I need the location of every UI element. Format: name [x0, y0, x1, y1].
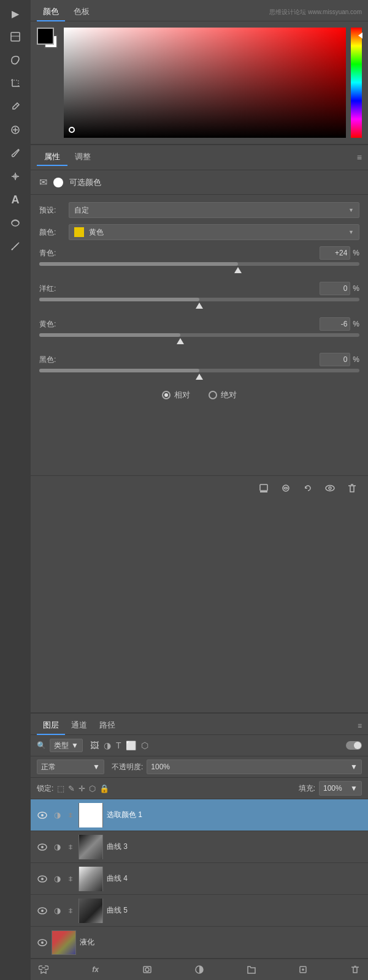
new-adjustment-btn[interactable] — [193, 963, 206, 976]
layer-adjust-icon-1: ◑ — [52, 810, 63, 821]
tool-crop[interactable] — [4, 72, 26, 94]
black-track[interactable] — [39, 369, 359, 372]
magenta-input[interactable] — [320, 282, 350, 295]
cyan-thumb-container — [39, 267, 359, 274]
cyan-thumb[interactable] — [234, 267, 242, 273]
new-layer-btn[interactable] — [296, 963, 310, 976]
layer-row-selectcolor1[interactable]: ◑ 选取颜色 1 — [31, 799, 368, 831]
tool-healing[interactable] — [4, 119, 26, 141]
view-previous-btn[interactable] — [277, 481, 294, 496]
color-dropdown[interactable]: 黄色 ▼ — [69, 224, 359, 240]
yellow-thumb[interactable] — [177, 338, 184, 344]
hue-slider[interactable] — [351, 28, 362, 138]
tool-select[interactable] — [4, 26, 26, 48]
layer-adjust-icon-4: ◑ — [52, 905, 63, 916]
yellow-input[interactable] — [320, 317, 350, 331]
tool-pen[interactable] — [4, 235, 26, 257]
reset-btn[interactable] — [299, 481, 316, 496]
filter-type-dropdown[interactable]: 类型 ▼ — [50, 739, 83, 752]
layer-row-liquify[interactable]: 液化 — [31, 927, 368, 959]
filter-text-icon[interactable]: T — [116, 741, 121, 750]
radio-relative[interactable]: 相对 — [162, 390, 190, 401]
layer-thumb-curves4 — [79, 867, 103, 891]
svg-point-19 — [283, 485, 289, 491]
tab-channels[interactable]: 通道 — [65, 717, 93, 735]
magenta-thumb[interactable] — [196, 303, 203, 309]
layer-thumb-white — [79, 803, 102, 827]
layer-eye-liquify[interactable] — [37, 937, 48, 948]
black-thumb[interactable] — [196, 374, 203, 380]
new-group-btn[interactable] — [245, 963, 258, 976]
svg-point-39 — [41, 910, 44, 912]
blend-mode-value: 正常 — [41, 762, 56, 772]
tool-clone[interactable] — [4, 165, 26, 187]
tab-properties[interactable]: 属性 — [37, 149, 67, 166]
color-label: 颜色: — [39, 227, 64, 238]
tool-shape[interactable] — [4, 212, 26, 234]
lock-artboard-icon[interactable]: ⬡ — [89, 784, 96, 793]
tab-color[interactable]: 颜色 — [37, 4, 65, 21]
add-mask-btn[interactable] — [140, 963, 154, 976]
panel-menu-icon[interactable]: ≡ — [357, 153, 362, 162]
link-layers-btn[interactable] — [37, 963, 50, 976]
blend-mode-row: 正常 ▼ 不透明度: 100% ▼ — [31, 756, 368, 778]
filter-toggle[interactable] — [346, 741, 362, 750]
lock-row: 锁定: ⬚ ✎ ✛ ⬡ 🔒 填充: 100% ▼ — [31, 778, 368, 799]
fg-bg-swatches[interactable] — [37, 28, 59, 52]
filter-image-icon[interactable]: 🖼 — [90, 741, 99, 750]
properties-header: 属性 调整 ≡ — [31, 145, 368, 170]
svg-line-15 — [14, 243, 19, 247]
lock-transparent-icon[interactable]: ⬚ — [57, 784, 64, 793]
visibility-btn[interactable] — [321, 481, 339, 496]
tool-move[interactable]: ▶ — [4, 2, 26, 24]
filter-smart-icon[interactable]: ⬡ — [141, 741, 148, 750]
opacity-dropdown[interactable]: 100% ▼ — [147, 760, 362, 774]
blend-dropdown-arrow: ▼ — [93, 763, 100, 771]
delete-layer-btn[interactable] — [348, 963, 362, 976]
yellow-thumb-container — [39, 338, 359, 345]
clip-to-layer-btn[interactable] — [255, 481, 272, 496]
filter-type-label: 类型 — [54, 741, 69, 751]
layer-eye-curves3[interactable] — [37, 842, 48, 853]
tool-brush[interactable] — [4, 142, 26, 164]
tool-text[interactable]: A — [4, 189, 26, 211]
fill-dropdown[interactable]: 100% ▼ — [319, 781, 362, 796]
lock-position-icon[interactable]: ✛ — [79, 784, 85, 793]
lock-all-icon[interactable]: 🔒 — [99, 784, 109, 793]
layer-row-curves3[interactable]: ◑ 曲线 3 — [31, 831, 368, 863]
layer-row-curves4[interactable]: ◑ 曲线 4 — [31, 863, 368, 895]
fx-btn[interactable]: fx — [89, 963, 102, 976]
filter-shape-icon[interactable]: ⬜ — [126, 741, 136, 750]
layer-name-liquify: 液化 — [80, 937, 362, 948]
blend-mode-dropdown[interactable]: 正常 ▼ — [37, 760, 104, 774]
filter-adjust-icon[interactable]: ◑ — [104, 741, 111, 750]
lock-image-icon[interactable]: ✎ — [68, 784, 75, 793]
layer-eye-curves5[interactable] — [37, 905, 48, 916]
radio-row: 相对 绝对 — [39, 390, 359, 407]
color-gradient-picker[interactable] — [64, 28, 346, 138]
layers-menu-icon[interactable]: ≡ — [358, 722, 362, 730]
preset-dropdown[interactable]: 自定 ▼ — [69, 202, 359, 218]
svg-point-20 — [326, 486, 334, 491]
tab-adjustments[interactable]: 调整 — [67, 149, 98, 166]
tab-swatches[interactable]: 色板 — [67, 4, 96, 21]
black-input[interactable] — [320, 353, 350, 366]
layer-row-curves5[interactable]: ◑ 曲线 5 — [31, 895, 368, 927]
layer-thumb-selectcolor1 — [79, 803, 103, 827]
magenta-track[interactable] — [39, 298, 359, 301]
layer-eye-selectcolor1[interactable] — [37, 810, 48, 821]
svg-point-24 — [41, 814, 44, 816]
yellow-slider-row: 黄色: % — [39, 317, 359, 345]
tab-paths[interactable]: 路径 — [93, 717, 121, 735]
layers-panel: 图层 通道 路径 ≡ 🔍 类型 ▼ 🖼 ◑ T ⬜ ⬡ — [31, 712, 368, 980]
delete-adjustment-btn[interactable] — [343, 481, 361, 496]
tool-eyedropper[interactable] — [4, 96, 26, 118]
foreground-swatch[interactable] — [37, 28, 54, 45]
tool-lasso[interactable] — [4, 49, 26, 71]
layer-eye-curves4[interactable] — [37, 873, 48, 884]
cyan-input[interactable] — [320, 246, 350, 260]
radio-absolute[interactable]: 绝对 — [209, 390, 237, 401]
tab-layers[interactable]: 图层 — [37, 717, 65, 735]
cyan-track[interactable] — [39, 262, 359, 266]
yellow-track[interactable] — [39, 333, 359, 337]
